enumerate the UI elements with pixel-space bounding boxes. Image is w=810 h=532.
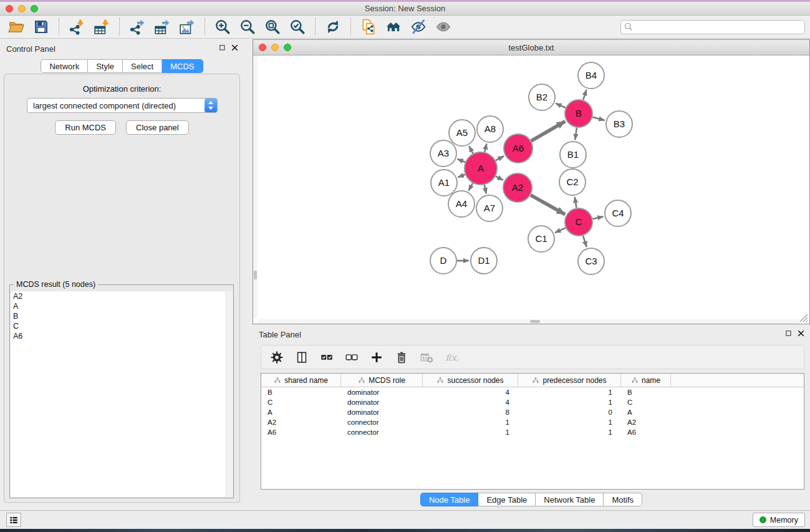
edge-B-B2[interactable] <box>556 104 566 108</box>
column-header-successor-nodes[interactable]: successor nodes <box>423 374 518 387</box>
node-A8[interactable]: A8 <box>477 116 503 142</box>
import-network-icon[interactable] <box>67 17 87 36</box>
network-horizontal-scrollbar[interactable] <box>258 319 799 324</box>
run-mcds-button[interactable]: Run MCDS <box>55 120 116 135</box>
node-A6[interactable]: A6 <box>504 134 533 163</box>
table-row[interactable]: Bdominator41B <box>261 387 804 397</box>
svg-text:D: D <box>440 255 447 266</box>
memory-button[interactable]: Memory <box>753 513 805 527</box>
table-row[interactable]: A6connector11A6 <box>261 427 804 437</box>
edge-C-C2[interactable] <box>575 197 577 208</box>
edge-B-B4[interactable] <box>583 90 586 100</box>
save-session-icon[interactable] <box>31 17 51 36</box>
table-row[interactable]: Cdominator41C <box>261 397 804 407</box>
node-C4[interactable]: C4 <box>605 200 631 226</box>
table-tab-node-table[interactable]: Node Table <box>420 493 479 506</box>
home-layout-icon[interactable] <box>383 17 403 36</box>
node-A1[interactable]: A1 <box>431 170 457 196</box>
result-scrollbar[interactable] <box>226 291 233 497</box>
node-C2[interactable]: C2 <box>559 169 586 195</box>
close-panel-icon[interactable] <box>231 44 239 52</box>
network-canvas[interactable]: AA1A2A3A4A5A6A7A8BB1B2B3B4CC1C2C3C4DD1 <box>253 56 809 324</box>
column-header-shared-name[interactable]: shared name <box>261 374 341 387</box>
delete-table-icon[interactable] <box>418 349 435 365</box>
deselect-all-rows-icon[interactable] <box>344 349 360 365</box>
column-header-predecessor-nodes[interactable]: predecessor nodes <box>518 374 621 387</box>
function-builder-icon[interactable] <box>443 349 460 365</box>
node-D[interactable]: D <box>430 248 456 274</box>
node-C[interactable]: C <box>565 208 592 236</box>
table-tab-motifs[interactable]: Motifs <box>604 493 642 506</box>
edge-A-A5[interactable] <box>469 146 473 153</box>
edge-A-A3[interactable] <box>457 159 465 162</box>
tab-network[interactable]: Network <box>41 59 88 73</box>
show-columns-icon[interactable] <box>294 349 310 365</box>
node-B[interactable]: B <box>565 100 592 127</box>
edge-C-C1[interactable] <box>555 228 566 233</box>
search-input[interactable] <box>620 20 805 34</box>
node-B1[interactable]: B1 <box>560 142 586 168</box>
svg-text:A1: A1 <box>438 177 450 188</box>
tab-select[interactable]: Select <box>123 59 162 73</box>
network-graph[interactable]: AA1A2A3A4A5A6A7A8BB1B2B3B4CC1C2C3C4DD1 <box>253 56 809 324</box>
node-B2[interactable]: B2 <box>529 84 555 110</box>
zoom-out-icon[interactable] <box>238 17 258 36</box>
select-all-rows-icon[interactable] <box>319 349 335 365</box>
close-table-panel-icon[interactable] <box>797 329 805 337</box>
tab-mcds[interactable]: MCDS <box>162 59 203 73</box>
node-D1[interactable]: D1 <box>471 248 497 274</box>
open-file-icon[interactable] <box>6 17 26 36</box>
node-B3[interactable]: B3 <box>606 111 632 137</box>
table-row[interactable]: A2connector11A2 <box>261 417 804 427</box>
table-tab-edge-table[interactable]: Edge Table <box>478 493 536 506</box>
edge-B-B3[interactable] <box>592 117 605 120</box>
edge-A-A4[interactable] <box>468 183 473 191</box>
column-header-name[interactable]: name <box>621 374 671 387</box>
table-settings-icon[interactable] <box>269 349 285 365</box>
node-A5[interactable]: A5 <box>449 120 475 146</box>
zoom-in-icon[interactable] <box>213 17 233 36</box>
zoom-selected-icon[interactable] <box>287 17 307 36</box>
window-resize-grip[interactable] <box>799 313 809 323</box>
edge-A-A2[interactable] <box>496 177 503 180</box>
open-session-file-icon[interactable] <box>359 17 378 36</box>
export-table-icon[interactable] <box>152 17 172 36</box>
node-A4[interactable]: A4 <box>448 191 475 217</box>
node-C1[interactable]: C1 <box>528 226 554 252</box>
network-vertical-scrollbar[interactable] <box>253 56 258 319</box>
add-column-icon[interactable] <box>369 349 385 365</box>
edge-C-C3[interactable] <box>583 236 587 247</box>
panel-menu-button[interactable] <box>6 513 21 527</box>
hide-details-icon[interactable] <box>408 17 428 36</box>
close-panel-button[interactable]: Close panel <box>126 120 189 135</box>
toolbar-separator <box>315 18 316 36</box>
float-panel-icon[interactable] <box>218 44 226 52</box>
edge-A-A1[interactable] <box>458 175 465 177</box>
delete-column-icon[interactable] <box>393 349 410 365</box>
table-row[interactable]: Adominator80A <box>261 407 804 417</box>
node-A7[interactable]: A7 <box>476 195 503 221</box>
edge-A-A8[interactable] <box>485 143 486 152</box>
tab-style[interactable]: Style <box>88 59 123 73</box>
zoom-fit-icon[interactable] <box>263 17 282 36</box>
edge-C-C4[interactable] <box>592 216 603 219</box>
show-graphics-details-icon[interactable] <box>433 17 453 36</box>
criterion-select[interactable]: largest connected component (directed) <box>27 98 218 113</box>
node-A3[interactable]: A3 <box>430 140 456 167</box>
column-header-mcds-role[interactable]: MCDS role <box>341 374 423 387</box>
export-network-icon[interactable] <box>127 17 147 36</box>
edge-A-A6[interactable] <box>496 156 504 160</box>
edge-A-A7[interactable] <box>485 185 486 193</box>
refresh-icon[interactable] <box>323 17 343 36</box>
float-table-panel-icon[interactable] <box>784 329 793 337</box>
node-A2[interactable]: A2 <box>503 173 532 202</box>
table-tab-network-table[interactable]: Network Table <box>536 493 604 506</box>
import-table-icon[interactable] <box>92 17 112 36</box>
node-B4[interactable]: B4 <box>578 62 604 89</box>
export-image-icon[interactable] <box>177 17 197 36</box>
edge-B-B1[interactable] <box>575 128 577 140</box>
edge-A2-C[interactable] <box>531 195 565 215</box>
edge-A6-B[interactable] <box>531 121 566 141</box>
node-A[interactable]: A <box>465 152 497 185</box>
node-C3[interactable]: C3 <box>578 248 604 274</box>
